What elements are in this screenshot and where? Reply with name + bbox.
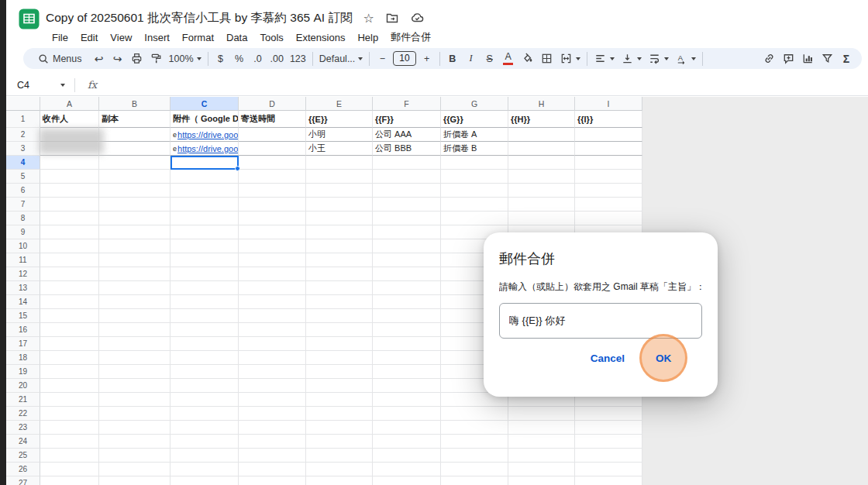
row-header-22[interactable]: 22 [6, 407, 40, 421]
row-header-6[interactable]: 6 [6, 184, 40, 198]
cell-H24[interactable] [508, 435, 575, 449]
strikethrough-button[interactable]: S [480, 50, 499, 68]
sheets-logo-icon[interactable] [19, 9, 40, 33]
cell-C16[interactable] [170, 323, 239, 337]
cell-F20[interactable] [373, 379, 441, 393]
text-rotate-button[interactable]: A [672, 50, 699, 68]
cell-G22[interactable] [441, 407, 508, 421]
create-filter-button[interactable] [818, 50, 837, 68]
cell-E7[interactable] [306, 198, 373, 212]
cell-G27[interactable] [441, 476, 508, 485]
menu-data[interactable]: Data [220, 30, 253, 45]
cell-I8[interactable] [575, 212, 642, 225]
cell-A23[interactable] [40, 421, 99, 435]
name-box[interactable]: C4 [6, 74, 74, 95]
zoom-dropdown[interactable]: 100% [166, 50, 205, 68]
cell-B4[interactable] [99, 156, 170, 170]
cell-H23[interactable] [508, 421, 575, 435]
cell-F6[interactable] [373, 184, 441, 198]
menu-help[interactable]: Help [351, 30, 384, 45]
cell-I26[interactable] [575, 463, 642, 476]
cell-F1[interactable]: {{F}} [373, 111, 441, 128]
row-header-19[interactable]: 19 [6, 365, 40, 379]
menu-file[interactable]: File [46, 30, 74, 45]
ok-button[interactable]: OK [654, 349, 673, 367]
cell-H6[interactable] [508, 184, 575, 198]
text-wrap-button[interactable] [645, 50, 672, 68]
vertical-align-button[interactable] [618, 50, 645, 68]
cell-G1[interactable]: {{G}} [441, 111, 508, 128]
cell-G6[interactable] [441, 184, 508, 198]
star-icon[interactable]: ☆ [363, 11, 374, 26]
subject-input[interactable] [499, 303, 702, 339]
cell-A14[interactable] [40, 295, 99, 309]
currency-button[interactable]: $ [212, 50, 230, 68]
document-title[interactable]: Copy of 20250601 批次寄信小工具 by 李慕約 365 AI 訂… [46, 10, 352, 26]
cell-F17[interactable] [373, 337, 441, 351]
cell-B26[interactable] [99, 463, 170, 476]
cell-F10[interactable] [373, 239, 441, 253]
cell-E26[interactable] [306, 463, 373, 476]
cell-C13[interactable] [170, 281, 239, 295]
row-header-2[interactable]: 2 [6, 128, 40, 142]
cell-F3[interactable]: 公司 BBB [373, 142, 441, 156]
cell-G26[interactable] [441, 463, 508, 476]
cell-A15[interactable] [40, 309, 99, 323]
cell-D1[interactable]: 寄送時間 [239, 111, 306, 128]
cell-H2[interactable] [508, 128, 575, 142]
cell-F14[interactable] [373, 295, 441, 309]
cell-F26[interactable] [373, 463, 441, 476]
cell-C14[interactable] [170, 295, 239, 309]
cell-C26[interactable] [170, 463, 239, 476]
column-header-F[interactable]: F [373, 97, 441, 111]
cell-D9[interactable] [239, 225, 306, 239]
cell-I3[interactable] [575, 142, 642, 156]
cell-F24[interactable] [373, 435, 441, 449]
column-header-D[interactable]: D [239, 97, 306, 111]
cell-D14[interactable] [239, 295, 306, 309]
cell-A7[interactable] [40, 198, 99, 212]
cell-D11[interactable] [239, 253, 306, 267]
cell-A16[interactable] [40, 323, 99, 337]
row-header-14[interactable]: 14 [6, 295, 40, 309]
cell-B7[interactable] [99, 198, 170, 212]
cell-D5[interactable] [239, 170, 306, 184]
cell-F23[interactable] [373, 421, 441, 435]
cell-F15[interactable] [373, 309, 441, 323]
cell-F27[interactable] [373, 476, 441, 485]
cell-C11[interactable] [170, 253, 239, 267]
cell-D27[interactable] [239, 476, 306, 485]
cell-G2[interactable]: 折價卷 A [441, 128, 508, 142]
cell-I1[interactable]: {{I}} [575, 111, 642, 128]
cell-F18[interactable] [373, 351, 441, 365]
menus-button[interactable]: Menus [29, 50, 90, 68]
italic-button[interactable]: I [462, 50, 480, 68]
cell-E9[interactable] [306, 225, 373, 239]
horizontal-align-button[interactable] [591, 50, 618, 68]
row-header-13[interactable]: 13 [6, 281, 40, 295]
cell-C19[interactable] [170, 365, 239, 379]
menu-view[interactable]: View [104, 30, 138, 45]
row-header-11[interactable]: 11 [6, 253, 40, 267]
cell-B14[interactable] [99, 295, 170, 309]
cell-B18[interactable] [99, 351, 170, 365]
cell-D23[interactable] [239, 421, 306, 435]
cell-F22[interactable] [373, 407, 441, 421]
cell-C22[interactable] [170, 407, 239, 421]
row-header-20[interactable]: 20 [6, 379, 40, 393]
cell-D19[interactable] [239, 365, 306, 379]
cell-A8[interactable] [40, 212, 99, 225]
cell-A25[interactable] [40, 449, 99, 463]
cloud-saved-icon[interactable] [410, 11, 425, 25]
row-header-8[interactable]: 8 [6, 212, 40, 225]
cell-E20[interactable] [306, 379, 373, 393]
cell-F7[interactable] [373, 198, 441, 212]
cell-B12[interactable] [99, 267, 170, 281]
cell-D17[interactable] [239, 337, 306, 351]
cell-D24[interactable] [239, 435, 306, 449]
cell-F25[interactable] [373, 449, 441, 463]
cell-C12[interactable] [170, 267, 239, 281]
menu-extensions[interactable]: Extensions [290, 30, 352, 45]
insert-link-button[interactable] [760, 50, 779, 68]
cell-B10[interactable] [99, 239, 170, 253]
